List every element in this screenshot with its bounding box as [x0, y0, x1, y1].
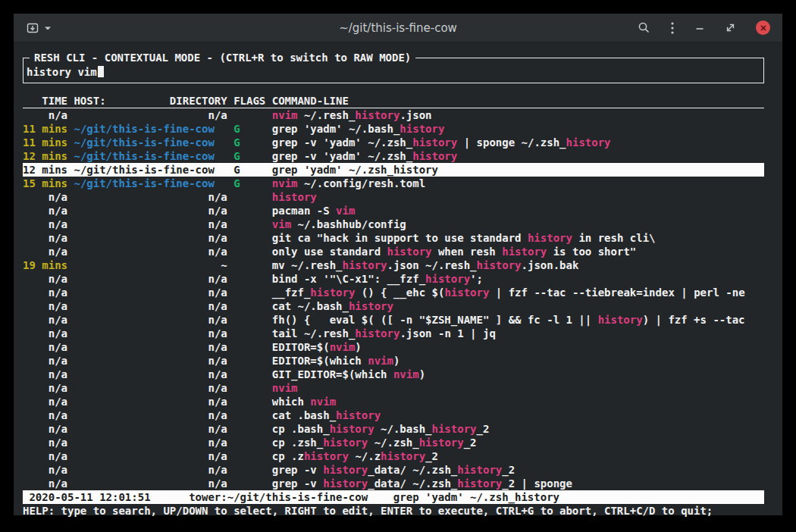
menu-button[interactable] — [670, 21, 675, 35]
profile-dropdown-button[interactable] — [44, 25, 52, 31]
history-row[interactable]: n/a n/a nvim ~/.resh_history.json — [23, 108, 764, 122]
history-row[interactable]: 12 mins ~/git/this-is-fine-cow G grep -v… — [23, 149, 764, 163]
search-icon — [638, 21, 650, 34]
history-row[interactable]: n/a n/a GIT_EDITOR=$(which nvim) — [23, 368, 764, 381]
text-cursor — [98, 66, 104, 77]
minimize-button[interactable] — [694, 23, 705, 33]
status-bar: 2020-05-11 12:01:51 tower:~/git/this-is-… — [23, 490, 764, 504]
history-row[interactable]: n/a n/a cat ~/.bash_history — [23, 299, 764, 313]
history-row[interactable]: n/a n/a bind -x '"\C-x1": __fzf_history'… — [23, 272, 764, 286]
close-button[interactable] — [756, 20, 770, 35]
history-row[interactable]: 12 mins ~/git/this-is-fine-cow G grep 'y… — [23, 163, 764, 177]
history-row[interactable]: n/a n/a grep -v history_data/ ~/.zsh_his… — [23, 463, 764, 477]
resh-mode-title: RESH CLI - CONTEXTUAL MODE - (CTRL+R to … — [30, 51, 415, 64]
resh-search-box: RESH CLI - CONTEXTUAL MODE - (CTRL+R to … — [23, 58, 764, 83]
history-row[interactable]: 19 mins ~ mv ~/.resh_history.json ~/.res… — [23, 258, 764, 272]
status-bar-text: 2020-05-11 12:01:51 tower:~/git/this-is-… — [23, 491, 559, 503]
new-terminal-icon — [26, 21, 39, 35]
restore-button[interactable] — [725, 22, 736, 33]
history-row[interactable]: n/a n/a tail ~/.resh_history.json -n 1 |… — [23, 327, 764, 340]
search-input[interactable]: history vim — [27, 65, 759, 79]
history-row[interactable]: n/a n/a fh() { eval $( ([ -n "$ZSH_NAME"… — [23, 313, 764, 327]
history-row[interactable]: 11 mins ~/git/this-is-fine-cow G grep 'y… — [23, 122, 764, 136]
history-row[interactable]: n/a n/a only use standard history when r… — [23, 245, 764, 258]
history-row[interactable]: n/a n/a cat .bash_history — [23, 408, 764, 422]
history-row[interactable]: n/a n/a __fzf_history () { __ehc $(histo… — [23, 286, 764, 299]
table-header: TIME HOST: DIRECTORY FLAGS COMMAND-LINE — [23, 94, 764, 108]
search-button[interactable] — [638, 21, 650, 34]
history-row[interactable]: n/a n/a EDITOR=$(which nvim) — [23, 354, 764, 368]
history-row[interactable]: n/a n/a cp .zhistory ~/.zhistory_2 — [23, 449, 764, 463]
history-row[interactable]: n/a n/a which nvim — [23, 395, 764, 408]
history-row[interactable]: n/a n/a EDITOR=$(nvim) — [23, 340, 764, 354]
history-row[interactable]: n/a n/a cp .zsh_history ~/.zsh_history_2 — [23, 436, 764, 449]
kebab-menu-icon — [670, 21, 675, 35]
history-row[interactable]: n/a n/a vim ~/.bashhub/config — [23, 217, 764, 231]
minimize-icon — [694, 23, 705, 33]
history-row[interactable]: n/a n/a history — [23, 190, 764, 204]
search-query: history vim — [27, 66, 97, 78]
history-row[interactable]: n/a n/a git ca "hack in support to use s… — [23, 231, 764, 245]
restore-icon — [725, 22, 736, 33]
history-table: TIME HOST: DIRECTORY FLAGS COMMAND-LINE … — [23, 94, 764, 490]
new-terminal-button[interactable] — [26, 21, 39, 35]
history-row[interactable]: n/a n/a cp .bash_history ~/.bash_history… — [23, 422, 764, 436]
history-row[interactable]: n/a n/a grep -v history_data/ ~/.zsh_his… — [23, 477, 764, 490]
help-bar: HELP: type to search, UP/DOWN to select,… — [23, 504, 764, 518]
close-icon — [760, 24, 767, 32]
titlebar: ~/git/this-is-fine-cow — [14, 14, 782, 42]
terminal-window: ~/git/this-is-fine-cow — [14, 14, 782, 515]
terminal-screen: RESH CLI - CONTEXTUAL MODE - (CTRL+R to … — [14, 42, 782, 518]
history-row[interactable]: n/a n/a nvim — [23, 381, 764, 395]
history-row[interactable]: n/a n/a pacman -S vim — [23, 204, 764, 217]
history-rows: n/a n/a nvim ~/.resh_history.json11 mins… — [23, 108, 764, 490]
history-row[interactable]: 15 mins ~/git/this-is-fine-cow G nvim ~/… — [23, 177, 764, 190]
history-row[interactable]: 11 mins ~/git/this-is-fine-cow G grep -v… — [23, 136, 764, 149]
chevron-down-icon — [44, 25, 52, 31]
